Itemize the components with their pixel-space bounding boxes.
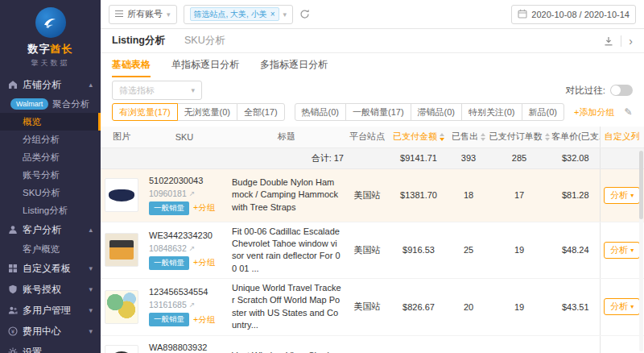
tab-sku-analysis[interactable]: SKU分析 [184,34,225,48]
sidebar-item-customer-analysis[interactable]: 客户分析 ▴ [0,219,101,240]
sidebar-item-overview[interactable]: 概览 [0,113,101,131]
compare-toggle[interactable] [610,85,633,96]
edit-groups-icon[interactable]: ✎ [624,106,632,118]
add-to-group-button[interactable]: +分组 [193,314,215,326]
col-paid-amount-sort[interactable]: 已支付金额 [387,127,450,147]
listing-title: Unique World Travel Tracker Scratch Off … [226,279,347,336]
sidebar-item-multi-user[interactable]: 多用户管理 ▾ [0,300,101,321]
subtab-basic-table[interactable]: 基础表格 [112,53,151,77]
chip-new-items[interactable]: 新品(0) [522,103,564,121]
compare-past: 对比过往: [566,85,633,97]
sales-tag-badge: 一般销量 [149,201,189,215]
col-paid-orders-sort[interactable]: 已支付订单数 [487,127,551,147]
table-row[interactable]: 51022030043 10960181↗ 一般销量+分组 Budge Doub… [101,168,644,222]
download-button[interactable] [604,36,613,46]
sales-tag-badge: 一般销量 [149,256,189,270]
sold-cell [450,335,487,353]
item-id-link[interactable]: 10848632↗ [149,243,223,253]
brand: 数字酋长 擎天数据 [0,0,101,74]
chip-watchlist[interactable]: 特别关注(0) [461,103,522,121]
add-group-button[interactable]: +添加分组 [574,106,614,118]
metric-filter-select[interactable]: 筛选指标 ▾ [112,81,202,100]
sort-icons [440,133,444,141]
sidebar-item-account-auth[interactable]: 账号授权 ▾ [0,279,101,300]
sidebar-item-settings[interactable]: 设置 [0,342,101,353]
table-row[interactable]: 123456534554 13161685↗ 一般销量+分组 Unique Wo… [101,279,644,336]
sidebar-item-account-analysis[interactable]: 账号分析 [0,166,101,184]
table-row[interactable]: WE3442334230 10848632↗ 一般销量+分组 Fit 00-06… [101,222,644,279]
sku-code: 51022030043 [149,176,223,185]
gear-icon [8,347,18,353]
paid-amount-cell: $277.07 [387,335,450,353]
sidebar-item-listing-analysis[interactable]: Listing分析 [0,201,101,219]
topbar-right: 2020-10-08 / 2020-10-14 [511,5,636,24]
account-selector[interactable]: 所有账号 ▾ [109,5,177,24]
table-row[interactable]: WA898803932 106166992↗ 一般销量+分组 Vent Wind… [101,335,644,353]
collapse-panel-button[interactable]: › [629,35,633,47]
chevron-down-icon: ▾ [630,247,634,254]
col-title: 标题 [226,127,347,147]
chevron-up-icon: ▴ [89,81,93,89]
tab-listing-analysis[interactable]: Listing分析 [112,34,165,48]
sidebar-item-category-analysis[interactable]: 品类分析 [0,148,101,166]
chip-hot-sellers[interactable]: 热销品(0) [295,103,346,121]
scrollbar-thumb[interactable] [639,151,643,219]
chip-normal-sales[interactable]: 一般销量(17) [345,103,411,121]
external-link-icon: ↗ [189,301,196,309]
sku-code: 123456534554 [149,287,223,297]
analyze-button[interactable]: 分析▾ [604,242,640,259]
col-aov-sort[interactable]: 客单价(已支... [551,127,600,147]
paid-amount-cell: $1381.70 [387,168,450,222]
chip-no-views[interactable]: 无浏览量(0) [177,103,237,121]
sidebar-item-billing-center[interactable]: ¥ 费用中心 ▾ [0,321,101,342]
product-image [105,233,138,267]
subtab-single-metric-daily[interactable]: 单指标逐日分析 [171,53,239,77]
calendar-icon [518,9,527,20]
vertical-scrollbar[interactable] [639,151,643,351]
refresh-button[interactable] [299,9,310,19]
subtab-multi-metric-daily[interactable]: 多指标逐日分析 [260,53,328,77]
chip-slow-movers[interactable]: 滞销品(0) [411,103,462,121]
site-cell: 美国站 [347,168,387,222]
sold-cell: 18 [450,168,487,222]
sidebar-item-custom-dashboard[interactable]: 自定义看板 ▾ [0,258,101,279]
analyze-button[interactable]: 分析▾ [604,187,640,204]
add-to-group-button[interactable]: +分组 [193,257,215,268]
summary-sold: 393 [450,147,487,168]
chip-has-views[interactable]: 有浏览量(17) [112,103,178,121]
date-range-picker[interactable]: 2020-10-08 / 2020-10-14 [511,5,636,24]
col-custom-columns[interactable]: 自定义列 [600,127,644,147]
close-icon[interactable]: × [270,8,275,20]
dashboard-icon [8,264,18,273]
tabs-toolbar: › [604,35,633,47]
views-chip-group: 有浏览量(17) 无浏览量(0) 全部(17) [112,103,285,121]
sidebar-item-shop-analysis[interactable]: 店铺分析 ▴ [0,74,101,95]
analyze-button[interactable]: 分析▾ [604,298,640,315]
subtabs-bar: 基础表格 单指标逐日分析 多指标逐日分析 [101,53,644,77]
site-filter-selector[interactable]: 筛选站点, 大美, 小美 × ▾ [184,5,294,24]
chip-all[interactable]: 全部(17) [237,103,285,121]
sidebar-nav: 店铺分析 ▴ Walmart 聚合分析 概览 分组分析 品类分析 账号分析 SK… [0,74,101,353]
sidebar-item-sku-analysis[interactable]: SKU分析 [0,184,101,201]
paid-orders-cell [487,335,551,353]
sku-code: WE3442334230 [149,230,223,240]
listing-table: 图片 SKU 标题 平台站点 已支付金额 已售出 已支付订单数 [101,127,644,353]
paid-orders-cell: 17 [487,168,551,222]
sidebar-item-aggregate[interactable]: Walmart 聚合分析 [0,95,101,113]
item-id-link[interactable]: 13161685↗ [149,300,223,309]
sort-icons [481,133,485,141]
summary-paid-amount: $9141.71 [387,147,450,168]
sku-code: WA898803932 [149,343,223,352]
item-id-link[interactable]: 10960181↗ [149,189,223,198]
divider [621,35,621,47]
external-link-icon: ↗ [189,189,196,197]
sidebar-item-group-analysis[interactable]: 分组分析 [0,131,101,148]
add-to-group-button[interactable]: +分组 [193,202,215,214]
listing-table-wrap: 图片 SKU 标题 平台站点 已支付金额 已售出 已支付订单数 [101,127,644,353]
brand-subtitle: 擎天数据 [0,58,101,69]
sidebar-item-customer-overview[interactable]: 客户概览 [0,240,101,258]
aov-cell: $48.24 [551,222,600,279]
chevron-down-icon: ▾ [167,10,171,19]
col-sold-sort[interactable]: 已售出 [450,127,487,147]
site-filter-tag: 筛选站点, 大美, 小美 × [190,7,279,21]
